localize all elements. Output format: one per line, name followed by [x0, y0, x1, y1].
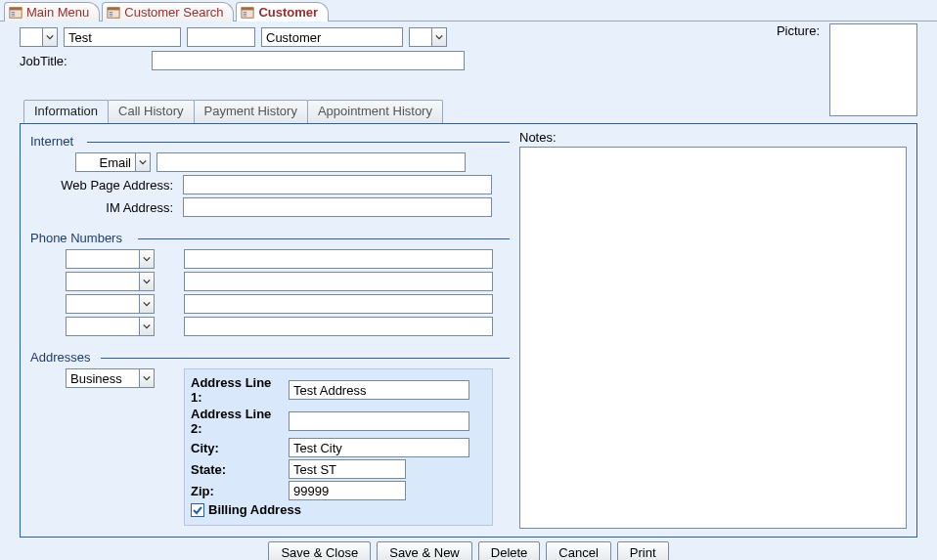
- phone-input-1[interactable]: [184, 249, 493, 269]
- tab-label: Payment History: [204, 104, 297, 118]
- tab-label: Appointment History: [318, 104, 432, 118]
- document-tab-bar: Main Menu Customer Search Customer: [0, 0, 937, 22]
- middle-name-input[interactable]: [187, 27, 255, 47]
- web-input[interactable]: [183, 175, 492, 194]
- chevron-down-icon: [139, 250, 154, 268]
- notes-textarea[interactable]: [519, 147, 907, 529]
- tab-label: Information: [34, 104, 98, 118]
- svg-rect-6: [108, 7, 119, 10]
- addr-zip-label: Zip:: [191, 484, 285, 498]
- chevron-down-icon: [431, 28, 446, 46]
- tab-call-history[interactable]: Call History: [108, 100, 194, 123]
- phone-type-dropdown-4[interactable]: [66, 317, 155, 336]
- email-type-dropdown[interactable]: [75, 152, 151, 172]
- im-label: IM Address:: [30, 200, 177, 215]
- phone-type-dropdown-2[interactable]: [66, 272, 155, 291]
- addr-line2-input[interactable]: [289, 411, 469, 431]
- email-type-value[interactable]: [76, 153, 135, 171]
- last-name-input[interactable]: [261, 27, 403, 47]
- billing-label: Billing Address: [208, 502, 301, 517]
- svg-rect-12: [244, 12, 247, 13]
- action-buttons: Save & Close Save & New Delete Cancel Pr…: [20, 541, 917, 560]
- addr-city-label: City:: [191, 441, 285, 455]
- svg-rect-8: [110, 13, 113, 14]
- cancel-button[interactable]: Cancel: [546, 541, 610, 560]
- chevron-down-icon: [139, 318, 154, 335]
- address-type-dropdown[interactable]: [66, 368, 155, 388]
- web-label: Web Page Address:: [30, 178, 177, 193]
- addr-line1-label: Address Line 1:: [191, 375, 285, 405]
- save-new-button[interactable]: Save & New: [377, 541, 472, 560]
- svg-rect-4: [12, 15, 16, 16]
- address-box: Address Line 1: Address Line 2: City: St…: [184, 368, 493, 526]
- svg-rect-13: [244, 13, 247, 14]
- customer-form: JobTitle: Picture: Information Call Hist…: [0, 22, 937, 560]
- addr-city-input[interactable]: [289, 438, 469, 457]
- chevron-down-icon: [42, 28, 57, 46]
- svg-rect-7: [110, 12, 113, 13]
- tab-appointment-history[interactable]: Appointment History: [307, 100, 443, 123]
- jobtitle-label: JobTitle:: [20, 54, 67, 68]
- tab-payment-history[interactable]: Payment History: [194, 100, 308, 123]
- svg-rect-2: [12, 12, 16, 13]
- addr-zip-input[interactable]: [289, 481, 406, 500]
- addr-state-input[interactable]: [289, 459, 406, 479]
- addr-state-label: State:: [191, 462, 285, 477]
- form-icon: [9, 6, 22, 20]
- svg-rect-1: [10, 7, 22, 10]
- first-name-input[interactable]: [64, 27, 181, 47]
- addr-line1-input[interactable]: [289, 380, 469, 400]
- svg-rect-14: [244, 15, 247, 16]
- doc-tab-customer[interactable]: Customer: [236, 2, 329, 22]
- chevron-down-icon: [139, 273, 154, 290]
- picture-label: Picture:: [777, 23, 820, 38]
- form-icon: [107, 6, 120, 20]
- doc-tab-label: Customer: [258, 5, 318, 20]
- phone-input-2[interactable]: [184, 272, 493, 291]
- notes-label: Notes:: [519, 130, 907, 145]
- tab-information[interactable]: Information: [23, 100, 109, 123]
- group-addresses-title: Addresses: [30, 350, 510, 365]
- phone-input-3[interactable]: [184, 294, 493, 314]
- address-type-value[interactable]: [67, 369, 139, 387]
- group-internet-title: Internet: [30, 134, 510, 149]
- phone-type-dropdown-1[interactable]: [66, 249, 155, 269]
- addr-line2-label: Address Line 2:: [191, 407, 285, 436]
- picture-area: Picture:: [777, 23, 917, 116]
- phone-input-4[interactable]: [184, 317, 493, 336]
- jobtitle-input[interactable]: [152, 51, 465, 70]
- group-phones-title: Phone Numbers: [30, 231, 510, 245]
- svg-rect-11: [242, 7, 253, 10]
- email-input[interactable]: [156, 152, 466, 172]
- print-button[interactable]: Print: [617, 541, 669, 560]
- prefix-dropdown[interactable]: [20, 27, 58, 47]
- chevron-down-icon: [139, 295, 154, 313]
- doc-tab-label: Customer Search: [124, 5, 223, 20]
- save-close-button[interactable]: Save & Close: [268, 541, 371, 560]
- svg-rect-3: [12, 13, 16, 14]
- svg-rect-9: [110, 15, 113, 16]
- im-input[interactable]: [183, 197, 492, 217]
- tab-label: Call History: [118, 104, 183, 118]
- phone-type-dropdown-3[interactable]: [66, 294, 155, 314]
- doc-tab-customer-search[interactable]: Customer Search: [102, 2, 234, 22]
- information-panel: Internet Web Page Address: IM Address: P…: [20, 123, 917, 538]
- suffix-dropdown[interactable]: [409, 27, 447, 47]
- chevron-down-icon: [135, 153, 150, 171]
- chevron-down-icon: [139, 369, 154, 387]
- doc-tab-main-menu[interactable]: Main Menu: [4, 2, 100, 22]
- delete-button[interactable]: Delete: [478, 541, 541, 560]
- doc-tab-label: Main Menu: [26, 5, 89, 20]
- picture-box[interactable]: [829, 23, 917, 116]
- form-icon: [241, 6, 254, 20]
- billing-checkbox[interactable]: [191, 503, 204, 517]
